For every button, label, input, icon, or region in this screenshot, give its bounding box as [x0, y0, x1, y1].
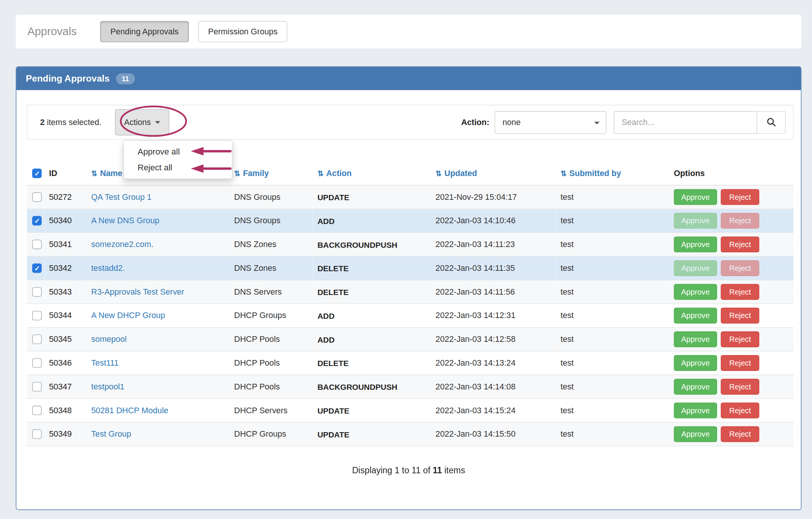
table-row: 50349Test GroupDHCP GroupsUPDATE2022-Jan… [27, 422, 793, 446]
row-family: DHCP Servers [230, 399, 313, 422]
sort-icon: ⇅ [435, 169, 442, 177]
row-action: DELETE [313, 351, 431, 375]
row-action: ADD [313, 327, 431, 351]
row-action: UPDATE [313, 399, 431, 422]
row-id: 50348 [45, 399, 87, 422]
row-updated: 2022-Jan-03 14:11:56 [431, 280, 556, 304]
menu-item-approve-all[interactable]: Approve all [124, 144, 232, 160]
approve-button[interactable]: Approve [674, 403, 717, 419]
tab-permission-groups[interactable]: Permission Groups [198, 21, 288, 42]
row-name-link[interactable]: Test Group [91, 429, 131, 439]
reject-button[interactable]: Reject [721, 260, 759, 276]
caret-down-icon [155, 121, 160, 124]
reject-button[interactable]: Reject [721, 379, 759, 395]
reject-button[interactable]: Reject [721, 331, 759, 347]
approve-button[interactable]: Approve [674, 260, 717, 276]
reject-button[interactable]: Reject [721, 426, 759, 442]
row-updated: 2022-Jan-03 14:15:24 [431, 399, 556, 422]
column-header-family[interactable]: ⇅Family [230, 161, 313, 185]
row-submitted-by: test [556, 399, 670, 422]
actions-dropdown-button[interactable]: Actions [115, 109, 169, 136]
tab-pending-approvals[interactable]: Pending Approvals [101, 21, 189, 42]
row-checkbox[interactable] [32, 358, 42, 368]
table-row: 50346Test111DHCP PoolsDELETE2022-Jan-03 … [27, 351, 793, 375]
approve-button[interactable]: Approve [674, 355, 717, 371]
row-id: 50347 [45, 375, 87, 399]
row-id: 50346 [45, 351, 87, 375]
action-filter-select[interactable]: none [494, 111, 606, 134]
row-submitted-by: test [556, 351, 670, 375]
action-filter-label: Action: [461, 117, 489, 127]
approve-button[interactable]: Approve [674, 331, 717, 347]
row-family: DNS Groups [230, 209, 313, 233]
row-action: DELETE [313, 280, 431, 304]
row-id: 50343 [45, 280, 87, 304]
row-updated: 2022-Jan-03 14:12:31 [431, 304, 556, 327]
toolbar-right: Action: none [461, 111, 786, 134]
row-family: DNS Zones [230, 256, 313, 280]
items-total: 11 [433, 465, 442, 475]
row-family: DHCP Pools [230, 375, 313, 399]
approve-button[interactable]: Approve [674, 236, 717, 252]
reject-button[interactable]: Reject [721, 189, 759, 205]
row-action: UPDATE [313, 422, 431, 446]
reject-button[interactable]: Reject [721, 213, 759, 229]
pending-count-badge: 11 [116, 73, 135, 84]
row-checkbox[interactable] [32, 216, 42, 226]
approve-button[interactable]: Approve [674, 426, 717, 442]
row-name-link[interactable]: A New DNS Group [91, 216, 159, 225]
selected-count: 2 [40, 117, 45, 127]
table-row: 50272QA Test Group 1DNS GroupsUPDATE2021… [27, 185, 793, 209]
row-name-link[interactable]: somepool [91, 335, 127, 344]
row-action: UPDATE [313, 185, 431, 209]
search-button[interactable] [757, 111, 786, 134]
page-title: Approvals [28, 25, 77, 38]
row-updated: 2022-Jan-03 14:15:50 [431, 422, 556, 446]
reject-button[interactable]: Reject [721, 308, 759, 324]
select-all-checkbox[interactable] [32, 168, 42, 178]
row-checkbox[interactable] [32, 335, 42, 344]
reject-button[interactable]: Reject [721, 236, 759, 252]
row-family: DHCP Pools [230, 327, 313, 351]
row-name-link[interactable]: R3-Approvals Test Server [91, 287, 184, 296]
column-header-action[interactable]: ⇅Action [313, 161, 431, 185]
sort-icon: ⇅ [234, 169, 240, 177]
column-header-submitted-by[interactable]: ⇅Submitted by [556, 161, 670, 185]
reject-button[interactable]: Reject [721, 355, 759, 371]
row-submitted-by: test [556, 209, 670, 233]
approve-button[interactable]: Approve [674, 284, 717, 300]
column-header-updated[interactable]: ⇅Updated [431, 161, 556, 185]
row-checkbox[interactable] [32, 311, 42, 321]
row-name-link[interactable]: testadd2. [91, 263, 125, 272]
row-name-link[interactable]: Test111 [91, 358, 119, 367]
row-updated: 2022-Jan-03 14:10:46 [431, 209, 556, 233]
menu-item-reject-all[interactable]: Reject all [124, 160, 232, 176]
row-name-link[interactable]: A New DHCP Group [91, 311, 165, 320]
row-checkbox[interactable] [32, 264, 42, 273]
reject-button[interactable]: Reject [721, 284, 759, 300]
table-row: 50340A New DNS GroupDNS GroupsADD2022-Ja… [27, 209, 793, 233]
row-name-link[interactable]: testpool1 [91, 382, 124, 391]
pending-approvals-panel: Pending Approvals 11 2 items selected. A… [16, 66, 801, 510]
row-submitted-by: test [556, 233, 670, 256]
row-family: DHCP Groups [230, 422, 313, 446]
row-name-link[interactable]: 50281 DHCP Module [91, 406, 168, 415]
row-name-link[interactable]: somezone2.com. [91, 240, 153, 249]
row-checkbox[interactable] [32, 287, 42, 297]
approve-button[interactable]: Approve [674, 308, 717, 324]
row-action: DELETE [313, 256, 431, 280]
row-checkbox[interactable] [32, 382, 42, 392]
row-checkbox[interactable] [32, 429, 42, 439]
row-family: DNS Servers [230, 280, 313, 304]
approve-button[interactable]: Approve [674, 213, 717, 229]
reject-button[interactable]: Reject [721, 403, 759, 419]
row-checkbox[interactable] [32, 240, 42, 249]
row-checkbox[interactable] [32, 193, 42, 202]
approve-button[interactable]: Approve [674, 189, 717, 205]
row-id: 50349 [45, 422, 87, 446]
row-checkbox[interactable] [32, 406, 42, 416]
row-name-link[interactable]: QA Test Group 1 [91, 192, 151, 201]
approve-button[interactable]: Approve [674, 379, 717, 395]
row-submitted-by: test [556, 422, 670, 446]
search-input[interactable] [614, 111, 757, 134]
